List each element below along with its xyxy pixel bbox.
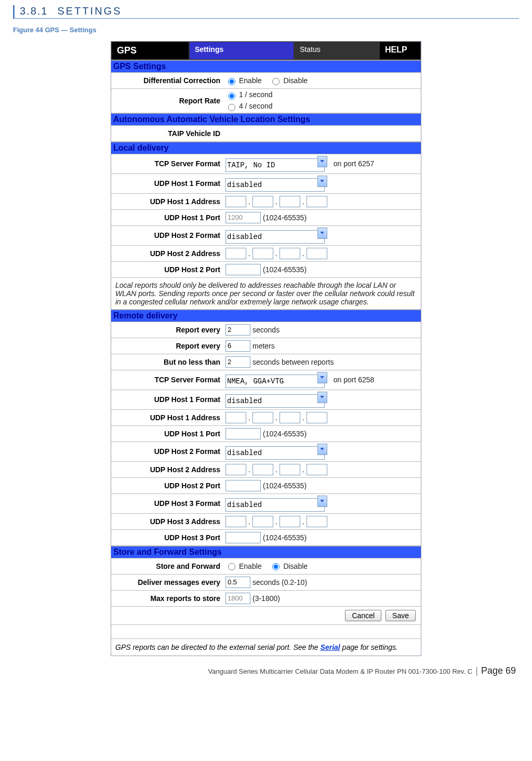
range-text: seconds (0.2-10) xyxy=(252,578,307,586)
input-max-reports[interactable] xyxy=(225,593,250,604)
label-tcp-server-format: TCP Server Format xyxy=(111,373,223,386)
chevron-down-icon xyxy=(317,228,327,239)
label-udp1-address: UDP Host 1 Address xyxy=(111,411,223,424)
gps-settings-panel: GPS Settings Status HELP GPS Settings Di… xyxy=(111,41,421,656)
radio-rate-1s[interactable] xyxy=(228,92,235,100)
ip-octet-input[interactable] xyxy=(252,248,273,259)
tab-settings[interactable]: Settings xyxy=(189,42,294,60)
ip-octet-input[interactable] xyxy=(280,516,300,527)
ip-octet-input[interactable] xyxy=(225,516,246,527)
radio-store-disable[interactable] xyxy=(272,563,280,570)
ip-octet-input[interactable] xyxy=(280,412,300,423)
unit-text: seconds xyxy=(252,326,280,334)
label-udp3-format: UDP Host 3 Format xyxy=(111,497,223,510)
label-udp1-port: UDP Host 1 Port xyxy=(111,211,223,224)
label-udp1-address: UDP Host 1 Address xyxy=(111,195,223,208)
label-tcp-server-format: TCP Server Format xyxy=(111,157,223,170)
ip-octet-input[interactable] xyxy=(252,464,273,475)
label-udp1-format: UDP Host 1 Format xyxy=(111,177,223,190)
ip-octet-input[interactable] xyxy=(252,412,273,423)
ip-octet-input[interactable] xyxy=(280,196,300,207)
tab-gps[interactable]: GPS xyxy=(111,42,189,60)
range-text: (3-1800) xyxy=(252,594,280,603)
ip-octet-input[interactable] xyxy=(307,464,327,475)
select-remote-udp3-format[interactable] xyxy=(225,498,325,512)
input-remote-udp3-port[interactable] xyxy=(225,532,261,543)
label-max-reports: Max reports to store xyxy=(111,592,223,605)
range-text: (1024-65535) xyxy=(263,213,307,222)
tab-help[interactable]: HELP xyxy=(379,42,421,60)
section-title: SETTINGS xyxy=(57,5,122,17)
tab-status[interactable]: Status xyxy=(294,42,379,60)
input-local-udp1-port[interactable] xyxy=(225,212,261,223)
ip-octet-input[interactable] xyxy=(252,516,273,527)
note-local-delivery: Local reports should only be delivered t… xyxy=(111,278,421,310)
radio-diffcorr-enable[interactable] xyxy=(228,78,235,85)
footer-page: Page 69 xyxy=(481,665,516,676)
label-report-every-meters: Report every xyxy=(111,340,223,352)
ip-octet-input[interactable] xyxy=(252,196,273,207)
chevron-down-icon xyxy=(317,444,327,455)
input-deliver-every[interactable] xyxy=(225,577,250,588)
radio-diffcorr-disable[interactable] xyxy=(272,78,280,85)
select-remote-udp2-format[interactable] xyxy=(225,446,325,460)
input-remote-udp1-port[interactable] xyxy=(225,428,261,439)
label-udp2-port: UDP Host 2 Port xyxy=(111,263,223,276)
select-local-tcp-format[interactable] xyxy=(225,158,325,172)
label-udp2-format: UDP Host 2 Format xyxy=(111,445,223,458)
ip-octet-input[interactable] xyxy=(280,248,300,259)
port-text: on port 6257 xyxy=(334,159,375,168)
input-report-every-seconds[interactable] xyxy=(225,324,250,336)
label-udp3-port: UDP Host 3 Port xyxy=(111,531,223,544)
cancel-button[interactable]: Cancel xyxy=(345,610,381,621)
footnote-pre: GPS reports can be directed to the exter… xyxy=(115,643,321,651)
radio-label: Enable xyxy=(239,562,262,570)
label-report-rate: Report Rate xyxy=(111,95,223,107)
label-udp2-address: UDP Host 2 Address xyxy=(111,463,223,476)
radio-label: 4 / second xyxy=(239,102,273,110)
radio-label: Disable xyxy=(283,76,308,85)
input-report-every-meters[interactable] xyxy=(225,340,250,352)
select-remote-tcp-format[interactable] xyxy=(225,375,325,388)
radio-store-enable[interactable] xyxy=(228,563,235,570)
header-remote-delivery: Remote delivery xyxy=(111,310,421,322)
ip-octet-input[interactable] xyxy=(307,516,327,527)
save-button[interactable]: Save xyxy=(385,610,416,621)
label-report-every-seconds: Report every xyxy=(111,324,223,336)
input-min-seconds[interactable] xyxy=(225,356,250,368)
label-differential-correction: Differential Correction xyxy=(111,74,223,87)
serial-footnote: GPS reports can be directed to the exter… xyxy=(111,639,421,656)
range-text: (1024-65535) xyxy=(263,533,307,542)
label-udp1-format: UDP Host 1 Format xyxy=(111,393,223,406)
select-remote-udp1-format[interactable] xyxy=(225,394,325,408)
input-remote-udp2-port[interactable] xyxy=(225,480,261,491)
label-udp2-port: UDP Host 2 Port xyxy=(111,479,223,492)
radio-label: 1 / second xyxy=(239,90,273,99)
ip-octet-input[interactable] xyxy=(307,248,327,259)
ip-octet-input[interactable] xyxy=(225,248,246,259)
label-taip-vehicle-id: TAIP Vehicle ID xyxy=(111,127,223,140)
ip-octet-input[interactable] xyxy=(225,196,246,207)
chevron-down-icon xyxy=(317,156,327,167)
chevron-down-icon xyxy=(317,392,327,403)
ip-octet-input[interactable] xyxy=(225,464,246,475)
footnote-post: page for settings. xyxy=(342,643,398,651)
select-local-udp2-format[interactable] xyxy=(225,230,325,244)
label-udp2-format: UDP Host 2 Format xyxy=(111,229,223,242)
ip-octet-input[interactable] xyxy=(307,196,327,207)
ip-octet-input[interactable] xyxy=(307,412,327,423)
select-local-udp1-format[interactable] xyxy=(225,178,325,192)
label-udp2-address: UDP Host 2 Address xyxy=(111,247,223,260)
input-local-udp2-port[interactable] xyxy=(225,264,261,275)
panel-top-tabs: GPS Settings Status HELP xyxy=(111,42,421,60)
ip-octet-input[interactable] xyxy=(225,412,246,423)
radio-rate-4s[interactable] xyxy=(228,104,235,111)
serial-link[interactable]: Serial xyxy=(321,643,340,651)
range-text: (1024-65535) xyxy=(263,265,307,274)
range-text: (1024-65535) xyxy=(263,482,307,490)
figure-caption: Figure 44 GPS — Settings xyxy=(13,26,519,34)
footer-product: Vanguard Series Multicarrier Cellular Da… xyxy=(208,667,473,675)
ip-octet-input[interactable] xyxy=(280,464,300,475)
section-number: 3.8.1 xyxy=(20,5,48,17)
radio-label: Enable xyxy=(239,76,262,85)
